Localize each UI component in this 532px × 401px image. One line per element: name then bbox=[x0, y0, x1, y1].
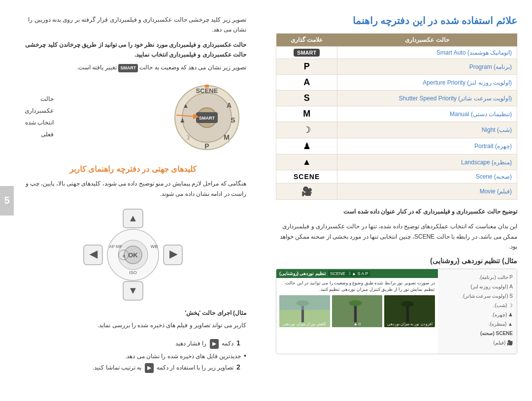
left-column: تصویر زیر کلید چرخشی حالت عکسبرداری و فی… bbox=[20, 15, 246, 376]
step1: 1 دکمه ▶ را فشار دهید bbox=[20, 339, 246, 349]
mode-name-cell: (اولویت سرعت شاتر) Shutter Speed Priorit… bbox=[337, 91, 517, 106]
svg-text:A: A bbox=[227, 101, 232, 109]
svg-text:◀: ◀ bbox=[89, 248, 98, 259]
page-number: 5 bbox=[0, 186, 14, 216]
smart-icon: SMART bbox=[118, 64, 138, 72]
mode-name-cell: (شب) Night bbox=[337, 122, 517, 138]
mode-name-cell: (فیلم) Movie bbox=[337, 184, 517, 200]
bullet1: • جدیدترین فایل های ذخیره شده را نشان می… bbox=[30, 352, 246, 361]
mode-dial: SMART SCENE A S M P ☽ ♟ ▲ bbox=[163, 78, 241, 154]
table-row: SCENE(صحنه) Scene bbox=[276, 170, 517, 184]
table-row: ▲(منظره) Landscape bbox=[276, 154, 517, 170]
example-description: در صورت تصویر نور برابط شده طبق وضوع و و… bbox=[276, 278, 438, 295]
nav-keys-heading: کلیدهای جهتی در دفترچه راهنمای کاربر bbox=[20, 164, 246, 174]
mode-name-cell: (تنظیمات دستی) Manual bbox=[337, 106, 517, 122]
photo-light-label: کاهش نور از میزان نوردهی bbox=[279, 322, 330, 326]
dial-svg: SMART SCENE A S M P ☽ ♟ ▲ bbox=[163, 78, 241, 154]
table-row: ♟(چهره) Portrait bbox=[276, 138, 517, 154]
mode-icon-cell: S bbox=[276, 91, 337, 106]
nav-keys-svg: ▲ ◀ ▶ ▼ OK AF·MF WB ISO ⊕ bbox=[81, 207, 185, 303]
mode-icon-cell: ♟ bbox=[276, 138, 337, 154]
photo-medium: 0 ▲ bbox=[332, 295, 383, 327]
mode-name-cell: (اتوماتیک هوشمند) Smart Auto bbox=[337, 47, 517, 59]
mode-icon-cell: ▲ bbox=[276, 154, 337, 170]
mode-icon-cell: SCENE bbox=[276, 170, 337, 184]
bar-title: تنظیم نوردهی (روشنایی) bbox=[279, 271, 326, 276]
svg-text:⊕: ⊕ bbox=[122, 254, 126, 258]
example-photos: افزودن نور به میزان نوردهی 0 ▲ bbox=[276, 295, 438, 330]
table-row: 🎥(فیلم) Movie bbox=[276, 184, 517, 200]
svg-rect-44 bbox=[279, 295, 330, 310]
smart-note: تصویر زیر نشان می دهد که وضعیت به حالت S… bbox=[20, 63, 246, 73]
table-note1: توضیح حالت عکسبرداری و فیلمبرداری که در … bbox=[276, 207, 517, 216]
play-key-icon2: ▶ bbox=[145, 363, 154, 373]
mode-name-cell: (اولویت روزنه لنز) Aperture Priority bbox=[337, 75, 517, 91]
svg-text:P: P bbox=[204, 142, 209, 150]
svg-point-34 bbox=[401, 301, 414, 307]
example-top-bar: SCENE ☽ ▲ S A P تنظیم نوردهی (روشنایی) bbox=[276, 269, 438, 278]
mode-icon-cell: P bbox=[276, 59, 337, 75]
right-column: علائم استفاده شده در این دفترچه راهنما ع… bbox=[276, 15, 517, 354]
bar-mode-label: SCENE ☽ ▲ S A P bbox=[328, 271, 370, 277]
mode-name-cell: (چهره) Portrait bbox=[337, 138, 517, 154]
photo-light: کاهش نور از میزان نوردهی bbox=[279, 295, 330, 327]
mode-name-cell: (صحنه) Scene bbox=[337, 170, 517, 184]
svg-rect-33 bbox=[406, 305, 409, 322]
svg-text:SCENE: SCENE bbox=[196, 87, 218, 94]
playback-title: مثال) اجرای حالت 'پخش' bbox=[20, 309, 246, 316]
table-note2: این بدان معناست که انتخاب عملکردهای توضی… bbox=[276, 221, 517, 251]
mode-name-cell: (برنامه) Program bbox=[337, 59, 517, 75]
svg-rect-14 bbox=[205, 85, 209, 88]
mode-icon-cell: A bbox=[276, 75, 337, 91]
nav-keys-diagram: ▲ ◀ ▶ ▼ OK AF·MF WB ISO ⊕ bbox=[20, 207, 246, 303]
table-row: S(اولویت سرعت شاتر) Shutter Speed Priori… bbox=[276, 91, 517, 106]
svg-text:▲: ▲ bbox=[183, 102, 189, 109]
example-items-list: P حالت (برنامه). A (اولویت روزنه لنز) S … bbox=[442, 273, 513, 347]
mode-icon-cell: 🎥 bbox=[276, 184, 337, 200]
play-key-icon: ▶ bbox=[210, 339, 219, 349]
example-items: P حالت (برنامه). A (اولویت روزنه لنز) S … bbox=[438, 269, 517, 354]
photo-dark: افزودن نور به میزان نوردهی bbox=[384, 295, 435, 327]
step2: 2 تصاویر زیر را با استفاده از دکمه ▶ به … bbox=[20, 363, 246, 373]
page-title: علائم استفاده شده در این دفترچه راهنما bbox=[276, 15, 517, 27]
svg-text:▼: ▼ bbox=[128, 285, 138, 296]
table-row: P(برنامه) Program bbox=[276, 59, 517, 75]
dial-labels: حالت عکسبرداری انتخاب شده فعلی bbox=[25, 93, 54, 140]
svg-text:▶: ▶ bbox=[169, 248, 178, 259]
svg-text:♟: ♟ bbox=[180, 117, 185, 124]
col1-header: علامت گذاری bbox=[276, 33, 337, 47]
nav-keys-desc: هنگامی که مراحل لازم پیمایش در منو توضیح… bbox=[20, 179, 246, 199]
example-screen: SCENE ☽ ▲ S A P تنظیم نوردهی (روشنایی) د… bbox=[276, 269, 438, 354]
modes-table: علامت گذاری حالت عکسبرداری SMART(اتوماتی… bbox=[276, 33, 517, 200]
playback-body: کاربر می تواند تصاویر و فیلم های ذخیره ش… bbox=[20, 320, 246, 330]
svg-text:S: S bbox=[231, 116, 235, 124]
table-row: ☽(شب) Night bbox=[276, 122, 517, 138]
table-row: A(اولویت روزنه لنز) Aperture Priority bbox=[276, 75, 517, 91]
intro-para1: تصویر زیر کلید چرخشی حالت عکسبرداری و فی… bbox=[20, 15, 246, 35]
example-heading: مثال) تنظیم نوردهی (روشنایی) bbox=[276, 257, 517, 265]
table-row: M(تنظیمات دستی) Manual bbox=[276, 106, 517, 122]
svg-text:▲: ▲ bbox=[128, 213, 138, 223]
svg-text:ISO: ISO bbox=[129, 270, 137, 275]
svg-rect-37 bbox=[354, 304, 357, 322]
svg-text:M: M bbox=[224, 133, 230, 141]
svg-text:SMART: SMART bbox=[199, 116, 215, 121]
svg-text:WB: WB bbox=[151, 244, 158, 249]
mode-icon-cell: ☽ bbox=[276, 122, 337, 138]
svg-text:OK: OK bbox=[128, 251, 138, 259]
mode-icon-cell: SMART bbox=[276, 47, 337, 59]
mode-name-cell: (منظره) Landscape bbox=[337, 154, 517, 170]
col2-header: حالت عکسبرداری bbox=[337, 33, 517, 47]
photo-dark-label: افزودن نور به میزان نوردهی bbox=[384, 322, 435, 326]
intro-para2: حالت عکسبرداری و فیلمبرداری مورد نظر خود… bbox=[20, 40, 246, 60]
photo-mid-label: 0 ▲ bbox=[332, 322, 383, 326]
mode-icon-cell: M bbox=[276, 106, 337, 122]
dial-area: حالت عکسبرداری انتخاب شده فعلی SMART SCE… bbox=[20, 78, 246, 154]
table-row: SMART(اتوماتیک هوشمند) Smart Auto bbox=[276, 47, 517, 59]
example-box: P حالت (برنامه). A (اولویت روزنه لنز) S … bbox=[276, 269, 517, 354]
svg-text:☽: ☽ bbox=[185, 134, 190, 141]
svg-point-38 bbox=[349, 300, 362, 306]
playback-section: مثال) اجرای حالت 'پخش' کاربر می تواند تص… bbox=[20, 309, 246, 373]
svg-text:AF·MF: AF·MF bbox=[109, 244, 123, 249]
